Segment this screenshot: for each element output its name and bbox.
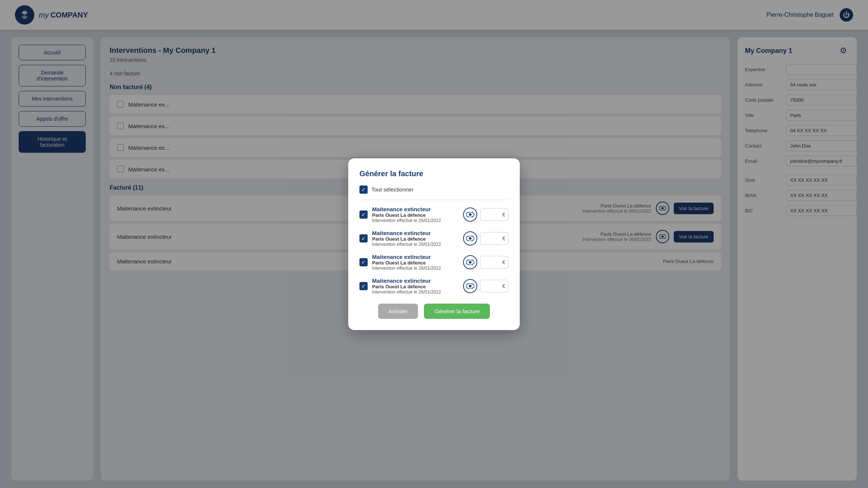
item-4-location: Paris Ouest La défence	[372, 284, 459, 289]
item-1-date: Intervention effectué le 26/01/2022	[372, 218, 459, 223]
item-2-location: Paris Ouest La défence	[372, 236, 459, 242]
svg-point-6	[469, 213, 472, 216]
item-2-price-area: €	[463, 231, 509, 245]
item-4-euro-symbol: €	[502, 283, 505, 289]
modal-generer-facture: Générer la facture Tout sélectionner Mai…	[348, 158, 520, 330]
item-1-price-area: €	[463, 207, 509, 222]
svg-point-10	[469, 261, 472, 263]
modal-title: Générer la facture	[359, 169, 509, 178]
item-3-euro-symbol: €	[502, 259, 505, 265]
item-2-eye-button[interactable]	[463, 231, 477, 245]
item-3-location: Paris Ouest La défence	[372, 260, 459, 266]
item-1-price-input[interactable]	[484, 209, 502, 220]
generer-button[interactable]: Générer la facture	[424, 304, 490, 319]
annuler-button[interactable]: Annuler	[378, 304, 418, 319]
modal-divider	[359, 200, 509, 200]
modal-item-2: Maitenance extincteur Paris Ouest La déf…	[359, 230, 509, 247]
item-4-price-area: €	[463, 279, 509, 293]
svg-point-8	[469, 237, 472, 240]
item-3-info: Maitenance extincteur Paris Ouest La déf…	[372, 254, 459, 271]
item-1-checkbox[interactable]	[359, 210, 368, 219]
item-3-eye-button[interactable]	[463, 255, 477, 269]
item-3-date: Intervention effectué le 26/01/2022	[372, 266, 459, 271]
item-4-price-input[interactable]	[484, 281, 502, 291]
svg-point-12	[469, 285, 472, 287]
item-2-euro-symbol: €	[502, 235, 505, 241]
item-2-info: Maitenance extincteur Paris Ouest La déf…	[372, 230, 459, 247]
modal-select-all: Tout sélectionner	[359, 186, 509, 194]
select-all-label: Tout sélectionner	[371, 186, 413, 193]
item-2-price-input[interactable]	[484, 233, 502, 244]
item-3-price-input[interactable]	[484, 257, 502, 267]
item-2-name: Maitenance extincteur	[372, 230, 459, 236]
modal-item-1: Maitenance extincteur Paris Ouest La déf…	[359, 206, 509, 223]
item-1-name: Maitenance extincteur	[372, 206, 459, 212]
modal-footer: Annuler Générer la facture	[359, 304, 509, 319]
item-2-checkbox[interactable]	[359, 234, 368, 243]
item-3-name: Maitenance extincteur	[372, 254, 459, 260]
item-4-checkbox[interactable]	[359, 282, 368, 290]
item-4-eye-button[interactable]	[463, 279, 477, 293]
item-1-eye-button[interactable]	[463, 207, 477, 222]
select-all-checkbox[interactable]	[359, 186, 368, 194]
modal-item-4: Maitenance extincteur Paris Ouest La déf…	[359, 278, 509, 295]
item-3-checkbox[interactable]	[359, 258, 368, 266]
item-1-info: Maitenance extincteur Paris Ouest La déf…	[372, 206, 459, 223]
item-1-euro-symbol: €	[502, 212, 505, 218]
item-4-info: Maitenance extincteur Paris Ouest La déf…	[372, 278, 459, 295]
modal-item-3: Maitenance extincteur Paris Ouest La déf…	[359, 254, 509, 271]
item-3-price-area: €	[463, 255, 509, 269]
item-4-name: Maitenance extincteur	[372, 278, 459, 284]
item-4-date: Intervention effectué le 26/01/2022	[372, 289, 459, 295]
item-1-location: Paris Ouest La défence	[372, 212, 459, 218]
modal-overlay: Générer la facture Tout sélectionner Mai…	[0, 0, 868, 488]
item-2-date: Intervention effectué le 26/01/2022	[372, 242, 459, 247]
